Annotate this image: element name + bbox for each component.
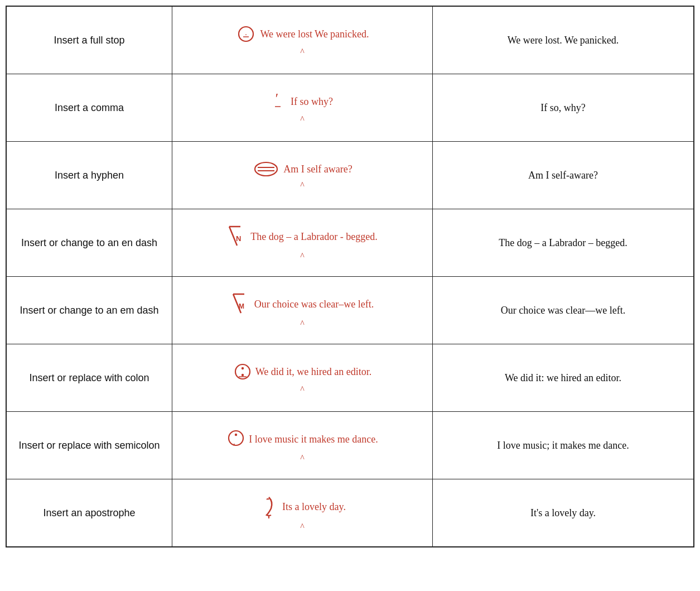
caret-en-dash: ^ [300,251,305,261]
label-apostrophe: Insert an apostrophe [7,479,172,546]
corrected-en-dash: The dog – a Labrador – begged. [433,209,693,276]
corrected-colon: We did it: we hired an editor. [433,344,693,411]
mark-line-colon: We did it, we hired an editor. [233,361,372,382]
label-colon: Insert or replace with colon [7,344,172,411]
corrected-text-en-dash: The dog – a Labrador – begged. [499,235,627,251]
example-text-apostrophe: Its a lovely day. [282,499,346,515]
svg-point-19 [235,434,237,436]
label-text-full-stop: Insert a full stop [54,33,124,48]
mark-line-en-dash: N The dog – a Labrador - begged. [227,224,377,249]
caret-comma: ^ [300,114,305,124]
corrected-hyphen: Am I self-aware? [433,142,693,209]
label-text-colon: Insert or replace with colon [29,371,149,386]
svg-text:·: · [245,31,248,39]
example-text-colon: We did it, we hired an editor. [255,364,372,380]
mark-line-hyphen: Am I self aware? [252,160,352,178]
label-text-apostrophe: Insert an apostrophe [43,506,135,521]
example-en-dash: N The dog – a Labrador - begged.^ [172,209,433,276]
mark-line-comma: ′ If so why? [272,91,333,112]
mark-line-full-stop: · We were lost We panicked. [235,23,369,45]
example-text-em-dash: Our choice was clear–we left. [254,296,374,313]
example-comma: ′ If so why?^ [172,74,433,141]
en-dash-mark-icon: N [227,224,247,249]
label-em-dash: Insert or change to an em dash [7,277,172,344]
corrected-text-full-stop: We were lost. We panicked. [508,32,619,49]
label-text-comma: Insert a comma [55,100,124,116]
corrected-text-semicolon: I love music; it makes me dance. [497,438,629,454]
caret-em-dash: ^ [300,319,305,329]
em-dash-mark-icon: M [231,292,251,316]
svg-point-15 [242,367,244,369]
corrected-comma: If so, why? [433,74,693,141]
example-text-semicolon: I love music it makes me dance. [249,431,378,448]
example-text-hyphen: Am I self aware? [283,161,352,177]
caret-full-stop: ^ [300,47,305,57]
mark-line-em-dash: M Our choice was clear–we left. [231,292,374,316]
mark-line-semicolon: , I love music it makes me dance. [226,427,378,451]
example-text-full-stop: We were lost We panicked. [260,26,369,42]
label-text-semicolon: Insert or replace with semicolon [18,438,160,453]
comma-mark-icon: ′ [272,91,287,112]
example-semicolon: , I love music it makes me dance.^ [172,412,433,479]
row-em-dash: Insert or change to an em dash M Our cho… [7,277,693,344]
corrected-full-stop: We were lost. We panicked. [433,7,693,74]
label-text-em-dash: Insert or change to an em dash [20,303,158,318]
label-text-en-dash: Insert or change to an en dash [21,236,157,251]
svg-text:,: , [233,438,235,446]
svg-point-18 [229,431,243,445]
label-semicolon: Insert or replace with semicolon [7,412,172,479]
row-apostrophe: Insert an apostrophe Its a lovely day.^I… [7,479,693,546]
row-comma: Insert a comma ′ If so why?^If so, why? [7,74,693,142]
label-comma: Insert a comma [7,74,172,141]
example-apostrophe: Its a lovely day.^ [172,479,433,546]
corrected-text-comma: If so, why? [540,100,585,116]
caret-semicolon: ^ [300,453,305,463]
row-full-stop: Insert a full stop · We were lost We pan… [7,7,693,74]
caret-hyphen: ^ [300,180,305,190]
hyphen-mark-icon [252,160,280,178]
colon-mark-icon [233,361,252,382]
example-hyphen: Am I self aware?^ [172,142,433,209]
example-text-en-dash: The dog – a Labrador - begged. [250,229,377,245]
row-hyphen: Insert a hyphen Am I self aware?^Am I se… [7,142,693,209]
svg-point-5 [255,162,277,176]
example-full-stop: · We were lost We panicked.^ [172,7,433,74]
svg-point-16 [242,374,244,376]
row-semicolon: Insert or replace with semicolon , I lov… [7,412,693,479]
example-colon: We did it, we hired an editor.^ [172,344,433,411]
svg-text:M: M [239,302,244,310]
label-text-hyphen: Insert a hyphen [55,168,124,183]
mark-line-apostrophe: Its a lovely day. [259,494,346,520]
example-em-dash: M Our choice was clear–we left.^ [172,277,433,344]
corrected-text-em-dash: Our choice was clear—we left. [501,302,625,319]
label-full-stop: Insert a full stop [7,7,172,74]
svg-text:N: N [236,234,241,243]
corrected-text-apostrophe: It's a lovely day. [530,505,596,521]
semicolon-mark-icon: , [226,427,245,451]
caret-apostrophe: ^ [300,522,305,532]
main-table: Insert a full stop · We were lost We pan… [6,6,694,547]
label-hyphen: Insert a hyphen [7,142,172,209]
corrected-semicolon: I love music; it makes me dance. [433,412,693,479]
caret-colon: ^ [300,385,305,395]
row-colon: Insert or replace with colon We did it, … [7,344,693,412]
full-stop-mark-icon: · [235,23,257,45]
corrected-apostrophe: It's a lovely day. [433,479,693,546]
corrected-em-dash: Our choice was clear—we left. [433,277,693,344]
label-en-dash: Insert or change to an en dash [7,209,172,276]
corrected-text-colon: We did it: we hired an editor. [505,370,621,386]
corrected-text-hyphen: Am I self-aware? [528,167,598,184]
example-text-comma: If so why? [291,94,333,110]
apostrophe-mark-icon [259,494,279,520]
svg-text:′: ′ [274,91,278,107]
row-en-dash: Insert or change to an en dash N The dog… [7,209,693,277]
